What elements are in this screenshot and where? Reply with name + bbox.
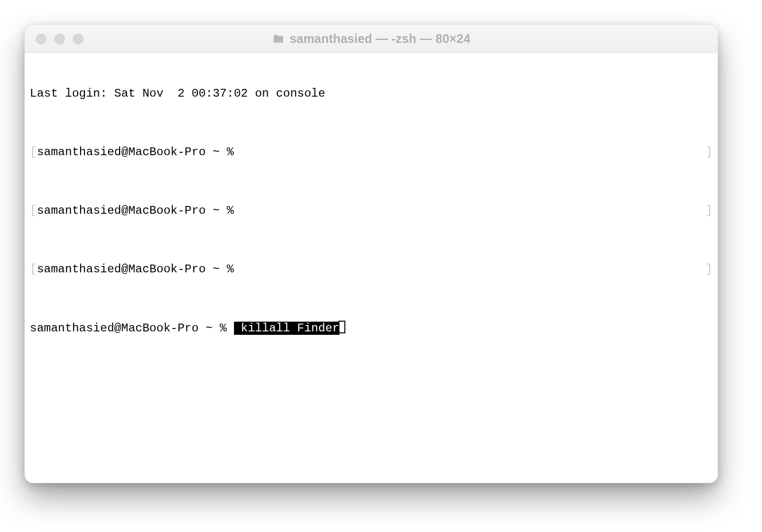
prompt-line: [samanthasied@MacBook-Pro ~ % ] — [30, 204, 713, 218]
close-icon[interactable] — [36, 34, 46, 44]
login-line: Last login: Sat Nov 2 00:37:02 on consol… — [30, 86, 713, 101]
traffic-lights — [36, 34, 84, 44]
selected-command-text[interactable]: killall Finder — [234, 322, 339, 335]
cursor-icon — [339, 321, 345, 333]
terminal-viewport[interactable]: Last login: Sat Nov 2 00:37:02 on consol… — [25, 53, 718, 483]
prompt-line: [samanthasied@MacBook-Pro ~ % ] — [30, 145, 713, 160]
active-prompt-line[interactable]: samanthasied@MacBook-Pro ~ % killall Fin… — [30, 321, 713, 336]
left-bracket-icon: [ — [30, 263, 37, 276]
zoom-icon[interactable] — [73, 34, 84, 44]
minimize-icon[interactable] — [54, 34, 65, 44]
prompt-text: samanthasied@MacBook-Pro ~ % — [37, 204, 241, 217]
right-bracket-icon: ] — [706, 262, 713, 277]
right-bracket-icon: ] — [706, 204, 713, 218]
window-title: samanthasied — -zsh — 80×24 — [290, 32, 470, 46]
right-bracket-icon: ] — [706, 145, 713, 160]
terminal-window: samanthasied — -zsh — 80×24 Last login: … — [24, 24, 718, 483]
left-bracket-icon: [ — [30, 204, 37, 217]
prompt-text: samanthasied@MacBook-Pro ~ % — [37, 145, 241, 159]
folder-icon — [272, 33, 285, 45]
left-bracket-icon: [ — [30, 145, 37, 159]
prompt-line: [samanthasied@MacBook-Pro ~ % ] — [30, 262, 713, 277]
prompt-text: samanthasied@MacBook-Pro ~ % — [37, 263, 241, 276]
prompt-text: samanthasied@MacBook-Pro ~ % — [30, 322, 234, 335]
window-titlebar: samanthasied — -zsh — 80×24 — [25, 25, 718, 53]
